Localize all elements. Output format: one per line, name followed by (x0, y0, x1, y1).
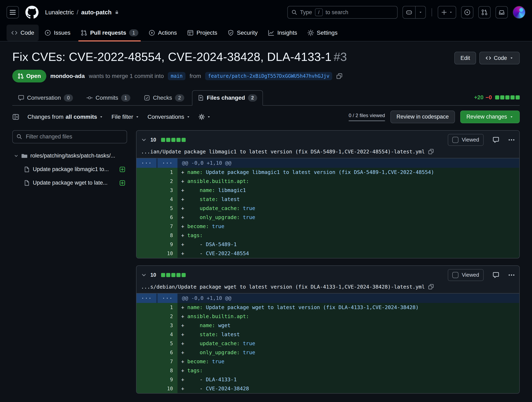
nav-tab-pull-requests[interactable]: Pull requests 1 (76, 25, 143, 41)
line-number[interactable]: 4 (157, 330, 177, 339)
diff-line[interactable]: 8+ tags: (136, 366, 519, 375)
review-changes-button[interactable]: Review changes (460, 110, 520, 123)
viewed-toggle[interactable]: Viewed (448, 134, 484, 146)
filter-changed-files-input[interactable] (12, 130, 127, 143)
your-issues-button[interactable] (461, 6, 473, 19)
line-number[interactable]: 3 (157, 186, 177, 195)
diff-line[interactable]: 10+ - CVE-2024-38428 (136, 384, 519, 393)
copy-path-button[interactable] (428, 149, 434, 155)
diff-line[interactable]: 7+ become: true (136, 222, 519, 231)
diff-line[interactable]: 5+ update_cache: true (136, 339, 519, 348)
collapse-file-button[interactable] (141, 272, 147, 278)
nav-tab-insights[interactable]: Insights (263, 25, 302, 41)
line-number[interactable]: 7 (157, 222, 177, 231)
file-path[interactable]: ...s/debian/Update package wget to lates… (141, 284, 425, 290)
tab-conversation[interactable]: Conversation 0 (12, 90, 79, 106)
line-number[interactable]: 6 (157, 213, 177, 222)
edit-button[interactable]: Edit (454, 52, 476, 65)
line-number[interactable]: 5 (157, 204, 177, 213)
diff-line[interactable]: 9+ - DLA-4133-1 (136, 375, 519, 384)
diff-line[interactable]: 8+ tags: (136, 231, 519, 240)
search-input[interactable]: Type / to search (287, 6, 398, 19)
diff-line[interactable]: 6+ only_upgrade: true (136, 213, 519, 222)
diff-line[interactable]: 9+ - DSA-5489-1 (136, 240, 519, 249)
nav-tab-settings[interactable]: Settings (303, 25, 342, 41)
diff-line[interactable]: 7+ become: true (136, 357, 519, 366)
breadcrumb-repo[interactable]: auto-patch (81, 9, 112, 16)
diff-line[interactable]: 2+ ansible.builtin.apt: (136, 312, 519, 321)
nav-tab-issues[interactable]: Issues (40, 25, 75, 41)
diff-line[interactable]: 4+ state: latest (136, 195, 519, 204)
copilot-caret-button[interactable] (415, 6, 425, 18)
file-options-button[interactable] (508, 136, 515, 143)
tree-file-row[interactable]: Update package libmagic1 to... (22, 163, 127, 176)
line-number[interactable]: 9 (157, 240, 177, 249)
expand-hunk-button[interactable]: ··· (136, 158, 157, 168)
expand-hunk-button[interactable]: ··· (157, 158, 177, 168)
file-filter-dropdown[interactable]: File filter (112, 114, 139, 120)
tab-commits[interactable]: Commits 1 (81, 90, 136, 106)
hamburger-menu-button[interactable] (6, 6, 19, 19)
create-new-button[interactable] (438, 6, 456, 19)
diff-body: ······@@ -0,0 +1,10 @@1+ name: Update pa… (136, 158, 519, 258)
line-number[interactable]: 3 (157, 321, 177, 330)
line-number[interactable]: 1 (157, 303, 177, 312)
tree-folder-row[interactable]: roles/patching/tasks/patch-tasks/... (12, 149, 127, 162)
diff-settings-dropdown[interactable] (199, 114, 211, 120)
diff-line[interactable]: 5+ update_cache: true (136, 204, 519, 213)
line-number[interactable]: 2 (157, 177, 177, 186)
base-branch-label[interactable]: main (168, 72, 185, 80)
github-logo[interactable] (25, 6, 38, 19)
diff-line[interactable]: 3+ name: libmagic1 (136, 186, 519, 195)
copilot-button[interactable] (403, 6, 415, 18)
diff-line[interactable]: 1+ name: Update package libmagic1 to lat… (136, 168, 519, 177)
inbox-button[interactable] (495, 6, 508, 19)
viewed-checkbox[interactable] (452, 272, 458, 278)
code-button[interactable]: Code (479, 52, 520, 65)
your-pull-requests-button[interactable] (478, 6, 491, 19)
line-number[interactable]: 10 (157, 384, 177, 393)
viewed-checkbox[interactable] (452, 137, 458, 143)
file-path[interactable]: ...ian/Update package libmagic1 to lates… (141, 149, 425, 155)
comment-on-file-button[interactable] (493, 272, 499, 278)
line-number[interactable]: 6 (157, 348, 177, 357)
tree-file-row[interactable]: Update package wget to late... (22, 177, 127, 189)
changes-from-dropdown[interactable]: Changes from all commits (27, 114, 103, 120)
expand-hunk-button[interactable]: ··· (157, 293, 177, 303)
diff-line[interactable]: 10+ - CVE-2022-48554 (136, 249, 519, 258)
diff-line[interactable]: 6+ only_upgrade: true (136, 348, 519, 357)
avatar[interactable] (513, 6, 526, 19)
line-number[interactable]: 5 (157, 339, 177, 348)
conversations-dropdown[interactable]: Conversations (147, 114, 190, 120)
nav-tab-actions[interactable]: Actions (144, 25, 181, 41)
tab-checks[interactable]: Checks 2 (138, 90, 190, 106)
line-number[interactable]: 7 (157, 357, 177, 366)
tab-files-changed[interactable]: Files changed 2 (192, 90, 263, 106)
nav-tab-code[interactable]: Code (6, 25, 39, 41)
line-number[interactable]: 4 (157, 195, 177, 204)
line-number[interactable]: 8 (157, 366, 177, 375)
collapse-file-tree-button[interactable] (12, 113, 19, 120)
diff-line[interactable]: 3+ name: wget (136, 321, 519, 330)
nav-tab-projects[interactable]: Projects (183, 25, 222, 41)
copy-path-button[interactable] (428, 284, 434, 290)
diff-line[interactable]: 1+ name: Update package wget to latest v… (136, 303, 519, 312)
expand-hunk-button[interactable]: ··· (136, 293, 157, 303)
viewed-toggle[interactable]: Viewed (448, 269, 484, 281)
line-number[interactable]: 2 (157, 312, 177, 321)
copy-branch-button[interactable] (336, 73, 342, 79)
line-number[interactable]: 8 (157, 231, 177, 240)
diff-line[interactable]: 4+ state: latest (136, 330, 519, 339)
review-in-codespace-button[interactable]: Review in codespace (390, 110, 455, 123)
line-number[interactable]: 1 (157, 168, 177, 177)
file-options-button[interactable] (508, 272, 515, 278)
collapse-file-button[interactable] (141, 137, 147, 143)
pr-author[interactable]: mondoo-ada (51, 73, 85, 79)
comment-on-file-button[interactable] (493, 136, 499, 143)
breadcrumb-org[interactable]: Lunalectric (45, 9, 74, 16)
diff-line[interactable]: 2+ ansible.builtin.apt: (136, 177, 519, 186)
line-number[interactable]: 9 (157, 375, 177, 384)
head-branch-label[interactable]: feature/patch-2xBiDgT557DxGGWU5h47hvhGJj… (205, 72, 332, 80)
nav-tab-security[interactable]: Security (223, 25, 262, 41)
line-number[interactable]: 10 (157, 249, 177, 258)
